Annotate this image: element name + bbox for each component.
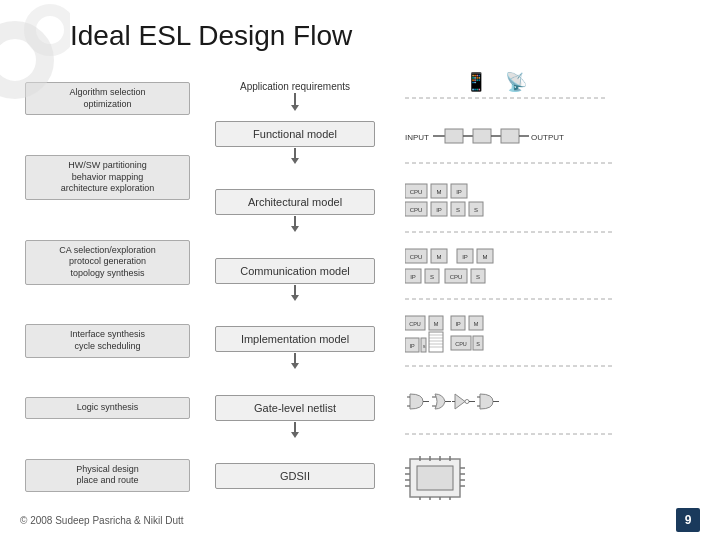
svg-gdsii [405,456,615,501]
arrow-down-1 [291,148,299,164]
arrow-down-4 [291,353,299,369]
svg-text:S: S [474,207,478,213]
svg-point-76 [465,399,469,403]
arrow-down-3 [291,285,299,301]
svg-communication: CPU M IP M IP S CPU S [405,247,615,307]
svg-text:CPU: CPU [450,274,463,280]
flow-box-implementation: Implementation model [215,326,375,352]
center-flow: Application requirements Functional mode… [195,62,395,512]
decorative-circles [0,0,70,120]
diagram-row-implementation: CPU M IP M IP [405,317,690,372]
diagram-row-gdsii [405,451,690,506]
svg-text:S: S [476,274,480,280]
page-number: 9 [676,508,700,532]
svg-text:CPU: CPU [455,341,467,347]
svg-text:IP: IP [456,189,462,195]
diagram-row-0: 📱 📡 [405,68,690,103]
svg-text:📱: 📱 [465,71,488,93]
svg-text:S: S [423,344,426,349]
svg-text:M: M [437,254,442,260]
arrow-down-2 [291,216,299,232]
svg-architectural: CPU M IP CPU IP S S [405,182,615,237]
svg-text:INPUT: INPUT [405,133,429,142]
slide-container: Ideal ESL Design Flow Algorithm selectio… [0,0,720,540]
svg-text:CPU: CPU [410,189,423,195]
flow-box-functional: Functional model [215,121,375,147]
label-logic: Logic synthesis [25,397,190,419]
svg-text:CPU: CPU [410,254,423,260]
label-ca: CA selection/explorationprotocol generat… [25,240,190,285]
right-diagrams: 📱 📡 INPUT OUTPUT [395,62,690,512]
svg-rect-11 [501,129,519,143]
svg-text:IP: IP [410,274,416,280]
diagram-row-architectural: CPU M IP CPU IP S S [405,182,690,237]
svg-point-1 [30,10,70,50]
svg-text:S: S [476,341,480,347]
arrow-down-0 [291,93,299,111]
svg-text:CPU: CPU [409,321,421,327]
svg-text:IP: IP [455,321,461,327]
svg-rect-7 [445,129,463,143]
svg-text:M: M [434,321,439,327]
label-physical: Physical designplace and route [25,459,190,492]
flow-box-gdsii: GDSII [215,463,375,489]
svg-text:IP: IP [409,343,415,349]
svg-text:IP: IP [436,207,442,213]
slide-title: Ideal ESL Design Flow [70,20,690,52]
svg-text:IP: IP [462,254,468,260]
svg-text:M: M [437,189,442,195]
svg-text:S: S [430,274,434,280]
diagram-app-req: 📱 📡 [405,68,605,103]
flow-box-communication: Communication model [215,258,375,284]
svg-rect-9 [473,129,491,143]
svg-functional: INPUT OUTPUT [405,118,615,168]
diagram-row-communication: CPU M IP M IP S CPU S [405,249,690,304]
diagram-row-gate [405,384,690,439]
app-requirements-label: Application requirements [240,81,350,92]
svg-text:OUTPUT: OUTPUT [531,133,564,142]
footer: © 2008 Sudeep Pasricha & Nikil Dutt 9 [0,508,720,532]
diagram-row-functional: INPUT OUTPUT [405,115,690,170]
svg-text:S: S [456,207,460,213]
svg-gate [405,384,615,439]
label-hwsw: HW/SW partitioningbehavior mappingarchit… [25,155,190,200]
footer-copyright: © 2008 Sudeep Pasricha & Nikil Dutt [20,515,184,526]
left-labels: Algorithm selectionoptimization HW/SW pa… [20,62,195,512]
content-area: Algorithm selectionoptimization HW/SW pa… [20,62,690,512]
svg-rect-84 [417,466,453,490]
label-intf: Interface synthesiscycle scheduling [25,324,190,357]
svg-implementation: CPU M IP M IP [405,314,615,374]
svg-text:M: M [474,321,479,327]
arrow-down-5 [291,422,299,438]
flow-box-architectural: Architectural model [215,189,375,215]
flow-box-gate: Gate-level netlist [215,395,375,421]
svg-text:CPU: CPU [410,207,423,213]
svg-text:M: M [483,254,488,260]
svg-text:📡: 📡 [505,71,528,93]
